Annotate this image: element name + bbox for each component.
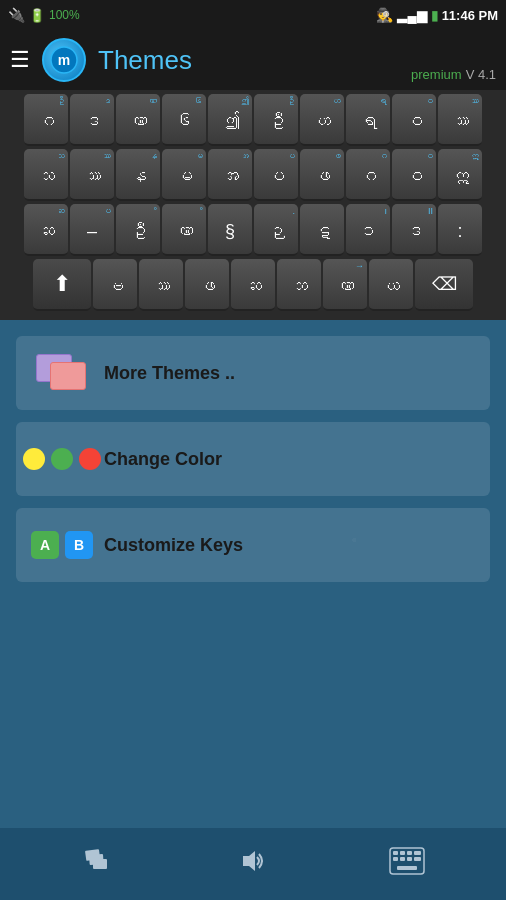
- change-color-button[interactable]: Change Color: [16, 422, 490, 496]
- key-27[interactable]: ဋ: [300, 204, 344, 256]
- app-logo: m: [42, 38, 86, 82]
- key-4[interactable]: ၆၆: [162, 94, 206, 146]
- key-29[interactable]: IIဒ: [392, 204, 436, 256]
- key-35[interactable]: ဘ: [277, 259, 321, 311]
- color-dots-icon: [36, 448, 88, 470]
- key-15[interactable]: အအ: [208, 149, 252, 201]
- key-6[interactable]: ဦဦ: [254, 94, 298, 146]
- key-16[interactable]: ပပ: [254, 149, 298, 201]
- battery-icon: 🔋: [29, 8, 45, 23]
- status-right: 🕵 ▂▄▆ ▮ 11:46 PM: [376, 7, 498, 23]
- key-37[interactable]: ယ: [369, 259, 413, 311]
- version-label: V 4.1: [466, 67, 496, 82]
- svg-rect-13: [407, 857, 412, 861]
- key-19[interactable]: ဝဝ: [392, 149, 436, 201]
- key-2[interactable]: ဒဒ: [70, 94, 114, 146]
- key-25[interactable]: §: [208, 204, 252, 256]
- keyboard-row-4: ⬆ ဗ ဿ ဖ ဆ ဘ →ဏ ယ ⌫: [2, 259, 504, 311]
- key-33[interactable]: ဖ: [185, 259, 229, 311]
- keyboard-row-1: ဦဂ ဒဒ ဏဏ ၆၆ ဤဤ ဦဦ ဟဟ ရရ ဝဝ ဿဿ: [2, 94, 504, 146]
- key-24[interactable]: °ဏ: [162, 204, 206, 256]
- ab-keys-icon: A B: [36, 531, 88, 559]
- key-3[interactable]: ဏဏ: [116, 94, 160, 146]
- key-26[interactable]: .ဉ: [254, 204, 298, 256]
- green-dot: [51, 448, 73, 470]
- svg-rect-11: [393, 857, 398, 861]
- yellow-dot: [23, 448, 45, 470]
- key-9[interactable]: ဝဝ: [392, 94, 436, 146]
- spy-icon: 🕵: [376, 7, 393, 23]
- svg-rect-15: [397, 866, 417, 870]
- battery-full-icon: ▮: [431, 8, 438, 23]
- shift-key[interactable]: ⬆: [33, 259, 91, 311]
- key-1[interactable]: ဦဂ: [24, 94, 68, 146]
- hamburger-menu-icon[interactable]: ☰: [10, 47, 30, 73]
- key-34[interactable]: ဆ: [231, 259, 275, 311]
- svg-text:m: m: [58, 52, 70, 68]
- key-14[interactable]: မမ: [162, 149, 206, 201]
- backspace-key[interactable]: ⌫: [415, 259, 473, 311]
- keyboard-preview: ဦဂ ဒဒ ဏဏ ၆၆ ဤဤ ဦဦ ဟဟ ရရ ဝဝ ဿဿ သသ ဿဿ နန မ…: [0, 90, 506, 320]
- key-32[interactable]: ဿ: [139, 259, 183, 311]
- svg-rect-8: [400, 851, 405, 855]
- svg-marker-5: [243, 851, 255, 871]
- bottom-bar: [0, 828, 506, 900]
- customize-keys-label: Customize Keys: [104, 535, 243, 556]
- svg-rect-14: [414, 857, 421, 861]
- more-themes-button[interactable]: More Themes ..: [16, 336, 490, 410]
- key-22[interactable]: ပ–: [70, 204, 114, 256]
- key-31[interactable]: ဗ: [93, 259, 137, 311]
- page-title: Themes: [98, 45, 192, 76]
- key-28[interactable]: ı၁: [346, 204, 390, 256]
- more-themes-label: More Themes ..: [104, 363, 235, 384]
- key-11[interactable]: သသ: [24, 149, 68, 201]
- key-21[interactable]: ဆဆ: [24, 204, 68, 256]
- key-18[interactable]: ဂဂ: [346, 149, 390, 201]
- svg-rect-4: [93, 859, 107, 869]
- premium-badge: premium V 4.1: [411, 67, 496, 82]
- change-color-label: Change Color: [104, 449, 222, 470]
- key-5[interactable]: ဤဤ: [208, 94, 252, 146]
- keyboard-row-2: သသ ဿဿ နန မမ အအ ပပ ဖဖ ဂဂ ဝဝ ဣဣ: [2, 149, 504, 201]
- customize-keys-button[interactable]: A B Customize Keys: [16, 508, 490, 582]
- key-7[interactable]: ဟဟ: [300, 94, 344, 146]
- main-content: More Themes .. Change Color A B Customiz…: [0, 320, 506, 598]
- svg-rect-10: [414, 851, 421, 855]
- key-8[interactable]: ရရ: [346, 94, 390, 146]
- key-36[interactable]: →ဏ: [323, 259, 367, 311]
- premium-label: premium: [411, 67, 462, 82]
- time-display: 11:46 PM: [442, 8, 498, 23]
- pages-icon[interactable]: [81, 845, 113, 884]
- red-dot: [79, 448, 101, 470]
- key-12[interactable]: ဿဿ: [70, 149, 114, 201]
- a-key-icon: A: [31, 531, 59, 559]
- battery-percent: 100%: [49, 8, 80, 22]
- status-left: 🔌 🔋 100%: [8, 7, 80, 23]
- theme-cards-icon: [36, 354, 88, 392]
- key-30[interactable]: :: [438, 204, 482, 256]
- b-key-icon: B: [65, 531, 93, 559]
- usb-icon: 🔌: [8, 7, 25, 23]
- key-13[interactable]: နန: [116, 149, 160, 201]
- nav-bar: ☰ m Themes premium V 4.1: [0, 30, 506, 90]
- key-23[interactable]: °ဦ: [116, 204, 160, 256]
- theme-card-front: [50, 362, 86, 390]
- svg-rect-9: [407, 851, 412, 855]
- status-bar: 🔌 🔋 100% 🕵 ▂▄▆ ▮ 11:46 PM: [0, 0, 506, 30]
- svg-rect-7: [393, 851, 398, 855]
- keyboard-row-3: ဆဆ ပ– °ဦ °ဏ § .ဉ ဋ ı၁ IIဒ :: [2, 204, 504, 256]
- volume-icon[interactable]: [235, 845, 267, 884]
- key-10[interactable]: ဿဿ: [438, 94, 482, 146]
- svg-rect-12: [400, 857, 405, 861]
- key-17[interactable]: ဖဖ: [300, 149, 344, 201]
- keyboard-layout-icon[interactable]: [389, 847, 425, 882]
- key-20[interactable]: ဣဣ: [438, 149, 482, 201]
- signal-icon: ▂▄▆: [397, 8, 426, 23]
